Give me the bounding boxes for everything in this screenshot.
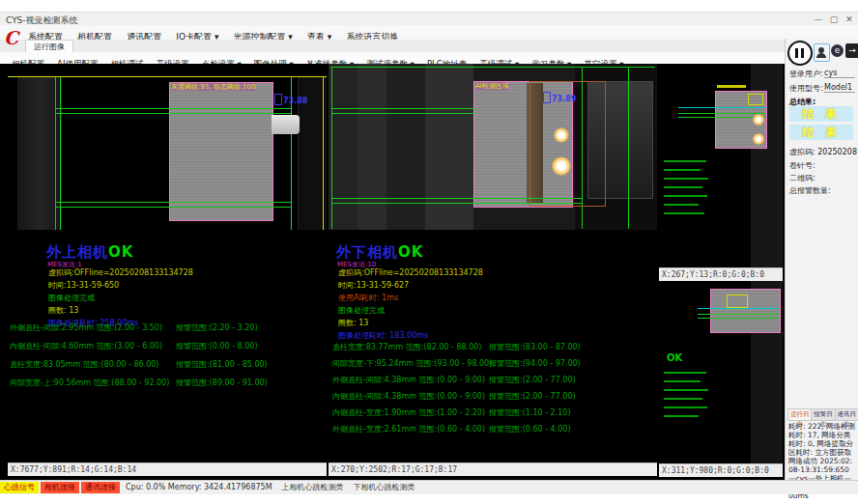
tab-row: 运行图像 xyxy=(0,40,858,53)
mini-text-line xyxy=(664,212,704,214)
close-icon[interactable]: ✕ xyxy=(843,14,856,24)
e-tool-button[interactable]: e xyxy=(831,44,844,57)
timestamp: 时间:13-31-59-650 xyxy=(48,279,193,292)
camera-info-lines: 虚拟码:OFFline=20250208133134728 时间:13-31-5… xyxy=(48,266,193,329)
measurement-list: 外侧直柱-间隙:2.95mm 范围:(2.00 - 3.50)报警范围:(2.2… xyxy=(10,322,325,396)
tiny-label-yellow xyxy=(717,85,746,88)
minimize-icon[interactable]: — xyxy=(812,14,825,24)
thumb-image[interactable] xyxy=(659,64,783,267)
measurement-row: 外侧直柱-间隙:4.38mm 范围:(0.00 - 9.00)报警范围:(2.0… xyxy=(332,375,655,391)
virtual-code: 虚拟码:OFFline=20250208133134728 xyxy=(338,266,483,279)
baseline-cyan xyxy=(698,308,779,309)
ai-roi-label: AI检测区域 xyxy=(475,82,509,90)
mini-text-line xyxy=(664,380,701,382)
measure-line-green xyxy=(55,207,291,208)
upper-camera-heartbeat-link[interactable]: 上相机心跳检测类 xyxy=(282,481,344,493)
weld-glow xyxy=(551,156,572,176)
process-status: 图像处理完成 xyxy=(48,292,193,304)
measurement-row: 外侧直柱-间隙:2.95mm 范围:(2.00 - 3.50)报警范围:(2.2… xyxy=(10,322,325,341)
measure-line-green xyxy=(698,314,779,315)
weld-glow xyxy=(752,114,765,126)
cycle-count: 圈数: 13 xyxy=(48,304,193,317)
logout-icon[interactable]: → xyxy=(845,43,858,58)
camera-view-upper-outer[interactable]: 灰度阈值:93, 动态阈值:100 73.88 外上相机OK MES发送:1 虚… xyxy=(8,64,327,476)
cursor-coordinates: X:267;Y:13;R:0;G:0;B:0 xyxy=(659,267,783,281)
user-icon xyxy=(816,53,826,58)
tab-alarm-log[interactable]: 报警日志 xyxy=(812,409,835,420)
heartbeat-badge: 心跳信号 xyxy=(0,482,39,493)
score-box-icon xyxy=(274,94,282,105)
connector-part xyxy=(272,115,300,134)
ai-time: 使用AI耗时: 1ms xyxy=(338,292,483,304)
cursor-coordinates: X:270;Y:2502;R:17;G:17;B:17 xyxy=(329,462,657,476)
annotation-box-yellow xyxy=(748,94,763,105)
result-display-upper: 结 果 xyxy=(789,106,853,122)
score-box-icon xyxy=(543,92,551,103)
baseline-cyan xyxy=(678,107,765,108)
cpu-memory-status: Cpu: 0.0% Memory: 3424.41796875M xyxy=(126,481,272,493)
measurement-row: 内侧直柱-间隙:4.60mm 范围:(3.00 - 6.00)报警范围:(0.0… xyxy=(10,341,325,359)
measure-line-green xyxy=(331,203,582,204)
timestamp: 时间:13-31-59-627 xyxy=(338,279,483,292)
roi-line-green xyxy=(330,67,655,68)
lower-camera-heartbeat-link[interactable]: 下相机心跳检测类 xyxy=(354,481,415,493)
measure-line-green xyxy=(678,113,765,114)
mini-text-line xyxy=(664,169,701,171)
mid-camera-image[interactable]: AI检测区域 73.89 xyxy=(329,64,657,230)
measurement-list: 直柱宽度:83.77mm 范围:(82.00 - 88.00)报警范围:(83.… xyxy=(332,342,655,440)
tab-run-image[interactable]: 运行图像 xyxy=(25,40,73,53)
product-block xyxy=(169,82,273,221)
mini-text-line xyxy=(664,186,702,188)
model-value[interactable]: Model1 xyxy=(824,83,855,93)
mini-text-line xyxy=(664,372,706,374)
measure-line-green xyxy=(55,108,291,109)
thumb-image[interactable]: OK xyxy=(659,281,783,463)
mini-text-line xyxy=(664,389,708,391)
user-account-button[interactable] xyxy=(814,43,830,62)
measurement-row: 间隙宽度-下:95.24mm 范围:(93.00 - 98.00)报警范围:(9… xyxy=(332,358,655,375)
maximize-icon[interactable]: ▢ xyxy=(827,14,841,24)
mini-text-line xyxy=(664,406,707,408)
measure-line-green xyxy=(331,108,474,109)
status-bar: 心跳信号相机连接通讯连接Cpu: 0.0% Memory: 3424.41796… xyxy=(0,480,858,494)
weld-glow xyxy=(553,127,570,143)
roi-line-green xyxy=(331,67,332,229)
tab-run-log[interactable]: 运行日志 xyxy=(788,409,812,420)
measurement-row: 内侧直柱-宽度:1.90mm 范围:(1.00 - 2.20)报警范围:(1.1… xyxy=(332,407,655,424)
result-display-lower: 结 果 xyxy=(789,125,853,140)
virtual-code: 虚拟码:OFFline=20250208133134728 xyxy=(48,266,193,279)
score-annotation: 73.88 xyxy=(274,89,307,107)
app-window: CYS-视觉检测系统 — ▢ ✕ C 系统配置 相机配置 通讯配置 IO卡配置 … xyxy=(0,0,858,504)
tab-comm-log[interactable]: 通讯日志 xyxy=(836,409,858,420)
log-tab-bar: 运行日志 报警日志 通讯日志 xyxy=(787,408,858,421)
pause-button[interactable] xyxy=(787,41,813,66)
reel-number-field: 卷针号: xyxy=(789,160,815,171)
app-logo-icon: C xyxy=(4,26,21,51)
model-label: 使用型号: xyxy=(789,83,823,94)
process-status: 图像处理完成 xyxy=(338,304,483,317)
camera-view-lower-outer[interactable]: AI检测区域 73.89 外下相机OK MES发送:10 虚拟码:OFFline… xyxy=(329,64,657,476)
measure-line-green xyxy=(331,113,474,114)
mini-text-line xyxy=(664,204,699,206)
thumb-ok-status: OK xyxy=(667,352,682,363)
camera-thumb-inner-lower[interactable]: OK X:311;Y:980;R:0;G:0;B:0 xyxy=(659,281,783,477)
title-bar: CYS-视觉检测系统 — ▢ ✕ xyxy=(0,12,858,26)
mini-text-line xyxy=(664,178,708,180)
camera-thumb-inner-upper[interactable]: X:267;Y:13;R:0;G:0;B:0 xyxy=(659,64,783,281)
total-alarm-field: 总报警数量: xyxy=(789,185,831,196)
measure-line-green xyxy=(698,318,779,319)
virtual-code-field: 虚拟码: 20250208 xyxy=(789,147,857,157)
measurement-row: 间隙宽度-上:90.56mm 范围:(88.00 - 92.00)报警范围:(8… xyxy=(10,378,325,396)
right-control-panel: e → 登录用户: cys 使用型号: Model1 总结果: 结 果 结 果 … xyxy=(785,39,858,480)
measure-line-green xyxy=(331,198,582,199)
camera-connection-badge: 相机连接 xyxy=(41,482,79,493)
cycle-count: 圈数: 13 xyxy=(338,317,483,329)
roi-line-yellow xyxy=(323,76,324,230)
process-time: 图像处理耗时: 183.00ms xyxy=(338,329,483,342)
cursor-coordinates: X:7677;Y:891;R:14;G:14;B:14 xyxy=(8,462,327,476)
login-user-value[interactable]: cys xyxy=(824,69,855,78)
measurement-row: 外侧直柱-宽度:2.61mm 范围:(0.60 - 4.00)报警范围:(0.6… xyxy=(332,424,655,440)
comm-connection-badge: 通讯连接 xyxy=(81,482,120,493)
left-camera-image[interactable]: 灰度阈值:93, 动态阈值:100 73.88 xyxy=(8,64,327,230)
score-annotation: 73.89 xyxy=(543,87,576,105)
